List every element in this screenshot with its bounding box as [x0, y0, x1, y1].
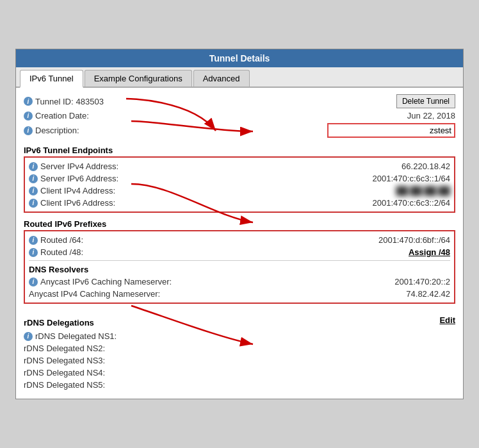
server-ipv4-row: i Server IPv4 Address: 66.220.18.42	[29, 160, 450, 172]
rdns-ns2-label: rDNS Delegated NS2:	[24, 344, 105, 353]
tab-ipv6-tunnel[interactable]: IPv6 Tunnel	[20, 70, 83, 88]
client-ipv4-label-group: i Client IPv4 Address:	[29, 186, 115, 195]
routed64-info-icon: i	[29, 236, 38, 245]
rdns-ns4-label: rDNS Delegated NS4:	[24, 368, 105, 377]
routed-section-box: i Routed /64: 2001:470:d:6bf::/64 i Rout…	[24, 230, 455, 304]
rdns-ns3-label: rDNS Delegated NS3:	[24, 356, 105, 365]
description-label-group: i Description:	[24, 126, 79, 135]
server-ipv6-info-icon: i	[29, 174, 38, 183]
routed-section-title: Routed IPv6 Prefixes	[24, 219, 455, 229]
tab-advanced[interactable]: Advanced	[193, 70, 250, 87]
server-ipv4-info-icon: i	[29, 162, 38, 171]
tunnel-id-value: 483503	[76, 97, 104, 106]
client-ipv6-value: 2001:470:c:6c3::2/64	[373, 198, 450, 208]
rdns-ns5-label: rDNS Delegated NS5:	[24, 380, 105, 390]
routed-separator	[29, 260, 450, 261]
server-ipv6-row: i Server IPv6 Address: 2001:470:c:6c3::1…	[29, 172, 450, 185]
client-ipv6-info-icon: i	[29, 199, 38, 208]
routed64-label-group: i Routed /64:	[29, 235, 83, 245]
anycast-ipv4-value: 74.82.42.42	[406, 289, 450, 299]
server-ipv6-label: Server IPv6 Address:	[40, 174, 118, 183]
rdns-ns3-row: rDNS Delegated NS3:	[24, 354, 455, 367]
endpoints-section-box: i Server IPv4 Address: 66.220.18.42 i Se…	[24, 156, 455, 213]
tab-example-configurations[interactable]: Example Configurations	[85, 70, 192, 87]
rdns-ns1-info-icon: i	[24, 332, 33, 341]
server-ipv6-value: 2001:470:c:6c3::1/64	[373, 174, 450, 183]
anycast-ipv6-label-group: i Anycast IPv6 Caching Nameserver:	[29, 277, 172, 286]
rdns-ns1-label-group: i rDNS Delegated NS1:	[24, 331, 117, 341]
tunnel-id-info-icon: i	[24, 97, 33, 106]
rdns-ns4-row: rDNS Delegated NS4:	[24, 367, 455, 379]
rdns-ns2-label-group: rDNS Delegated NS2:	[24, 344, 105, 353]
anycast-ipv4-row: Anycast IPv4 Caching Nameserver: 74.82.4…	[29, 288, 450, 300]
creation-date-label-group: i Creation Date:	[24, 111, 89, 120]
routed64-value: 2001:470:d:6bf::/64	[378, 235, 450, 245]
window-title: Tunnel Details	[16, 49, 463, 67]
description-row: i Description:	[24, 122, 455, 139]
creation-date-value: Jun 22, 2018	[407, 111, 455, 120]
rdns-edit-link[interactable]: Edit	[439, 315, 455, 325]
client-ipv4-value: ██.██.██.██	[396, 186, 450, 195]
tab-content: i Tunnel ID: 483503 Delete Tunnel i Crea…	[16, 88, 463, 399]
anycast-ipv4-label-group: Anycast IPv4 Caching Nameserver:	[29, 289, 160, 299]
server-ipv4-value: 66.220.18.42	[402, 162, 450, 171]
routed48-row: i Routed /48: Assign /48	[29, 246, 450, 258]
rdns-section-title: rDNS Delegations	[24, 318, 94, 328]
rdns-ns5-label-group: rDNS Delegated NS5:	[24, 380, 105, 390]
description-info-icon: i	[24, 126, 33, 135]
rdns-ns5-row: rDNS Delegated NS5:	[24, 379, 455, 391]
tab-bar: IPv6 Tunnel Example Configurations Advan…	[16, 67, 463, 88]
creation-date-row: i Creation Date: Jun 22, 2018	[24, 110, 455, 122]
rdns-ns2-row: rDNS Delegated NS2:	[24, 342, 455, 354]
server-ipv4-label: Server IPv4 Address:	[40, 162, 118, 171]
dns-section-title: DNS Resolvers	[29, 265, 450, 274]
rdns-header-row: rDNS Delegations Edit	[24, 310, 455, 330]
endpoints-section-title: IPv6 Tunnel Endpoints	[24, 145, 455, 155]
description-label: Description:	[35, 126, 79, 135]
tunnel-details-window: Tunnel Details IPv6 Tunnel Example Confi…	[15, 49, 464, 399]
tunnel-id-label-group: i Tunnel ID: 483503	[24, 97, 104, 106]
anycast-ipv6-info-icon: i	[29, 278, 38, 286]
rdns-ns1-row: i rDNS Delegated NS1:	[24, 330, 455, 342]
client-ipv4-info-icon: i	[29, 187, 38, 195]
client-ipv4-row: i Client IPv4 Address: ██.██.██.██	[29, 185, 450, 197]
routed48-info-icon: i	[29, 248, 38, 257]
routed64-label: Routed /64:	[40, 235, 83, 245]
creation-date-info-icon: i	[24, 112, 33, 120]
tunnel-id-row: i Tunnel ID: 483503 Delete Tunnel	[24, 93, 455, 110]
server-ipv4-label-group: i Server IPv4 Address:	[29, 162, 118, 171]
server-ipv6-label-group: i Server IPv6 Address:	[29, 174, 118, 183]
anycast-ipv6-row: i Anycast IPv6 Caching Nameserver: 2001:…	[29, 276, 450, 288]
routed64-row: i Routed /64: 2001:470:d:6bf::/64	[29, 234, 450, 246]
rdns-ns1-label: rDNS Delegated NS1:	[35, 331, 117, 341]
client-ipv6-label-group: i Client IPv6 Address:	[29, 198, 115, 208]
routed48-label: Routed /48:	[40, 247, 83, 257]
delete-tunnel-button[interactable]: Delete Tunnel	[396, 94, 455, 108]
anycast-ipv6-label: Anycast IPv6 Caching Nameserver:	[40, 277, 172, 286]
rdns-ns3-label-group: rDNS Delegated NS3:	[24, 356, 105, 365]
anycast-ipv4-label: Anycast IPv4 Caching Nameserver:	[29, 289, 160, 299]
description-input[interactable]	[327, 123, 455, 138]
rdns-ns4-label-group: rDNS Delegated NS4:	[24, 368, 105, 377]
client-ipv6-row: i Client IPv6 Address: 2001:470:c:6c3::2…	[29, 197, 450, 209]
tunnel-id-label: Tunnel ID:	[35, 97, 74, 106]
client-ipv4-label: Client IPv4 Address:	[40, 186, 115, 195]
client-ipv6-label: Client IPv6 Address:	[40, 198, 115, 208]
creation-date-label: Creation Date:	[35, 111, 89, 120]
routed48-label-group: i Routed /48:	[29, 247, 83, 257]
anycast-ipv6-value: 2001:470:20::2	[394, 277, 450, 286]
assign-48-link[interactable]: Assign /48	[409, 247, 450, 257]
